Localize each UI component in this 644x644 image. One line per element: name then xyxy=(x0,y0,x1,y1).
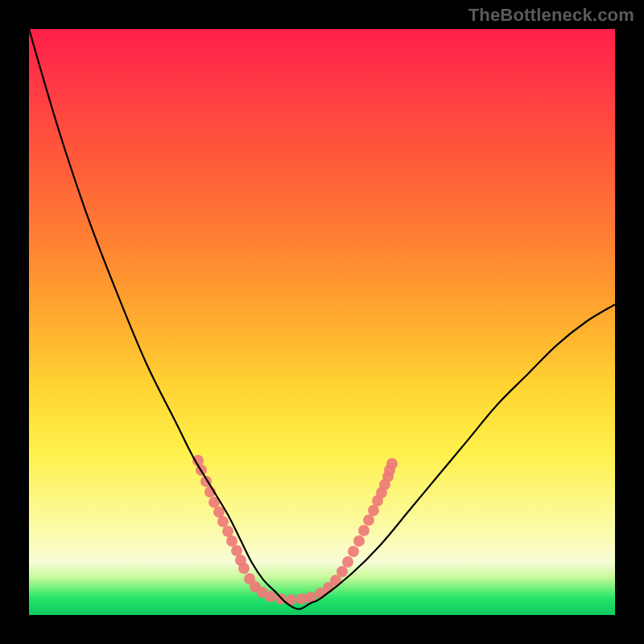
marker-dot xyxy=(336,566,348,577)
marker-dot xyxy=(265,591,276,602)
marker-dot xyxy=(222,526,233,537)
marker-dot xyxy=(358,525,369,536)
marker-dot xyxy=(386,458,398,469)
watermark-text: TheBottleneck.com xyxy=(469,5,634,26)
marker-dot xyxy=(217,516,229,527)
marker-dot xyxy=(342,556,353,568)
marker-dot xyxy=(213,506,225,518)
marker-dot xyxy=(238,563,250,574)
chart-frame: TheBottleneck.com xyxy=(0,0,644,644)
marker-dot xyxy=(363,514,374,526)
marker-dot xyxy=(348,546,359,557)
bottleneck-curve-path xyxy=(29,29,615,609)
marker-dot xyxy=(368,505,379,516)
markers-group xyxy=(192,455,398,605)
chart-svg xyxy=(29,29,615,615)
chart-plot-area xyxy=(29,29,615,615)
marker-dot xyxy=(226,535,237,547)
marker-dot xyxy=(353,535,365,547)
marker-dot xyxy=(231,545,242,556)
